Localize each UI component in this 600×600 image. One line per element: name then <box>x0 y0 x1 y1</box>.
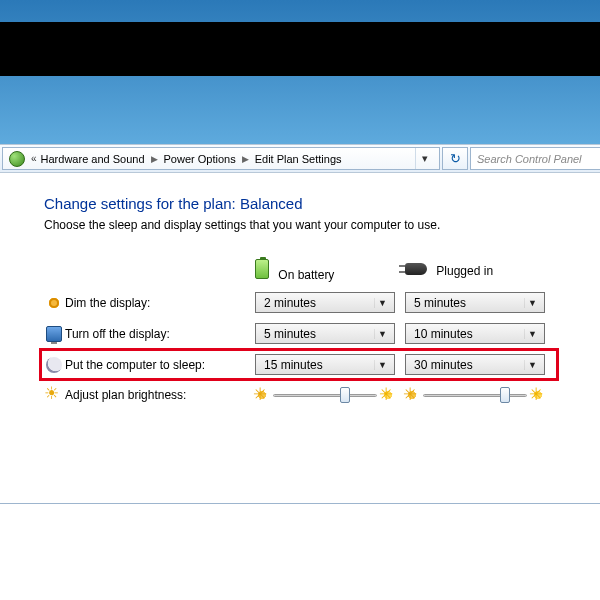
sleep-label: Put the computer to sleep: <box>64 353 254 376</box>
sleep-battery-combo[interactable]: 15 minutes ▼ <box>255 354 395 375</box>
control-panel-window: « Hardware and Sound ▶ Power Options ▶ E… <box>0 144 600 600</box>
battery-icon <box>255 259 269 279</box>
sun-bright-icon <box>381 388 395 402</box>
brightness-label: Adjust plan brightness: <box>64 384 254 406</box>
chevron-down-icon: ▼ <box>524 360 540 370</box>
chevron-right-icon: ▶ <box>149 154 160 164</box>
breadcrumb-power-options[interactable]: Power Options <box>164 153 236 165</box>
dim-icon <box>46 295 62 311</box>
monitor-icon <box>46 326 62 342</box>
col-plugged-label: Plugged in <box>430 264 493 278</box>
breadcrumb-edit-plan[interactable]: Edit Plan Settings <box>255 153 342 165</box>
turnoff-plugged-combo[interactable]: 10 minutes ▼ <box>405 323 545 344</box>
chevron-down-icon: ▼ <box>374 360 390 370</box>
settings-table: On battery Plugged in Dim the display: 2… <box>44 250 554 414</box>
moon-icon <box>46 357 62 373</box>
window-content: Change settings for the plan: Balanced C… <box>0 173 600 504</box>
brightness-battery-slider[interactable] <box>255 385 395 405</box>
turnoff-label: Turn off the display: <box>64 322 254 345</box>
chevron-down-icon: ▼ <box>374 329 390 339</box>
turnoff-battery-combo[interactable]: 5 minutes ▼ <box>255 323 395 344</box>
chevron-down-icon: ▼ <box>524 298 540 308</box>
row-turnoff-display: Turn off the display: 5 minutes ▼ 10 min… <box>44 322 554 345</box>
sleep-plugged-combo[interactable]: 30 minutes ▼ <box>405 354 545 375</box>
page-title: Change settings for the plan: Balanced <box>44 195 566 212</box>
search-placeholder: Search Control Panel <box>477 153 582 165</box>
search-input[interactable]: Search Control Panel <box>470 147 600 170</box>
breadcrumb-hardware[interactable]: Hardware and Sound <box>41 153 145 165</box>
chevron-down-icon: ▼ <box>524 329 540 339</box>
sun-bright-icon <box>531 388 545 402</box>
refresh-button[interactable]: ↻ <box>442 147 468 170</box>
col-battery-label: On battery <box>272 268 334 282</box>
breadcrumb-overflow-icon[interactable]: « <box>31 153 37 164</box>
row-sleep-highlighted: Put the computer to sleep: 15 minutes ▼ … <box>44 353 554 376</box>
row-dim-display: Dim the display: 2 minutes ▼ 5 minutes ▼ <box>44 291 554 314</box>
dim-label: Dim the display: <box>64 291 254 314</box>
dim-plugged-combo[interactable]: 5 minutes ▼ <box>405 292 545 313</box>
dim-battery-combo[interactable]: 2 minutes ▼ <box>255 292 395 313</box>
plug-icon <box>405 263 427 275</box>
brightness-plugged-slider[interactable] <box>405 385 545 405</box>
sun-dim-icon <box>405 388 419 402</box>
sun-dim-icon <box>255 388 269 402</box>
address-bar-row: « Hardware and Sound ▶ Power Options ▶ E… <box>0 145 600 173</box>
letterbox-bar <box>0 22 600 76</box>
brightness-icon <box>46 387 62 403</box>
breadcrumb-bar[interactable]: « Hardware and Sound ▶ Power Options ▶ E… <box>2 147 440 170</box>
chevron-down-icon: ▼ <box>374 298 390 308</box>
control-panel-icon <box>9 151 25 167</box>
address-dropdown-icon[interactable]: ▾ <box>415 148 433 169</box>
row-brightness: Adjust plan brightness: <box>44 384 554 406</box>
chevron-right-icon: ▶ <box>240 154 251 164</box>
page-subtext: Choose the sleep and display settings th… <box>44 218 566 232</box>
